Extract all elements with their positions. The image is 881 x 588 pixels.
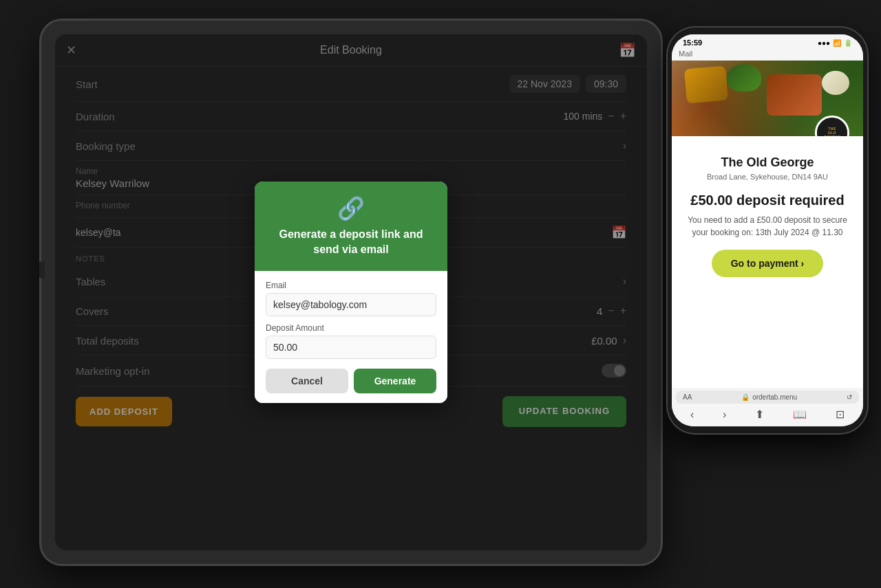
deposit-cancel-button[interactable]: Cancel (266, 369, 348, 393)
deposit-modal-overlay: 🔗 Generate a deposit link and send via e… (55, 34, 647, 550)
deposit-amount-input[interactable] (266, 336, 436, 359)
share-button[interactable]: ⬆ (755, 408, 764, 421)
logo-inner: THEOLDGEORGE (817, 118, 847, 136)
tablet-side-button (39, 261, 45, 279)
phone-device: 15:59 ●●● 📶 🔋 Mail (668, 28, 867, 433)
food-decoration-3 (767, 74, 822, 116)
phone-screen: 15:59 ●●● 📶 🔋 Mail (672, 34, 863, 426)
email-field-label: Email (266, 281, 436, 290)
deposit-modal-body: Email Deposit Amount Cancel Generate (255, 271, 447, 403)
food-decoration-2 (727, 64, 761, 91)
restaurant-address: Broad Lane, Sykehouse, DN14 9AU (683, 173, 852, 181)
deposit-modal-header: 🔗 Generate a deposit link and send via e… (255, 182, 447, 272)
deposit-generate-button[interactable]: Generate (354, 369, 436, 393)
deposit-amount-label: Deposit Amount (266, 323, 436, 333)
deposit-modal-buttons: Cancel Generate (266, 369, 436, 393)
back-button[interactable]: ‹ (690, 409, 694, 421)
go-to-payment-button[interactable]: Go to payment › (712, 250, 824, 277)
phone-info-section: The Old George Broad Lane, Sykehouse, DN… (672, 136, 863, 285)
deposit-email-input[interactable] (266, 293, 436, 316)
deposit-description: You need to add a £50.00 deposit to secu… (683, 214, 852, 239)
lock-icon: 🔒 (741, 393, 750, 401)
phone-bottom-bar: AA 🔒 ordertab.menu ↺ ‹ › ⬆ 📖 ⊡ (672, 388, 863, 426)
food-decoration-1 (684, 65, 728, 103)
deposit-required-title: £50.00 deposit required (683, 192, 852, 208)
food-decoration-4 (822, 71, 849, 95)
phone-content: THEOLDGEORGE The Old George Broad Lane, … (672, 61, 863, 388)
forward-button[interactable]: › (723, 409, 726, 421)
tabs-button[interactable]: ⊡ (836, 408, 845, 421)
phone-time: 15:59 (683, 39, 702, 47)
phone-nav-buttons: ‹ › ⬆ 📖 ⊡ (676, 405, 859, 424)
restaurant-hero: THEOLDGEORGE (672, 61, 863, 136)
battery-icon: 🔋 (844, 39, 852, 47)
phone-status-bar: 15:59 ●●● 📶 🔋 (672, 34, 863, 48)
refresh-icon[interactable]: ↺ (847, 393, 852, 401)
aa-label: AA (683, 393, 692, 401)
deposit-modal: 🔗 Generate a deposit link and send via e… (255, 182, 447, 404)
status-icons: ●●● 📶 🔋 (818, 39, 852, 47)
logo-text: THEOLDGEORGE (824, 127, 841, 136)
phone-nav-bar: Mail (672, 48, 863, 61)
signal-icon: ●●● (818, 39, 830, 47)
deposit-modal-title: Generate a deposit link and send via ema… (266, 227, 436, 258)
wifi-icon: 📶 (833, 39, 841, 47)
url-text[interactable]: ordertab.menu (752, 393, 797, 401)
mail-label: Mail (679, 50, 692, 58)
tablet-device: ✕ Edit Booking 📅 Start 22 Nov 2023 09:30 (41, 21, 661, 564)
tablet-screen: ✕ Edit Booking 📅 Start 22 Nov 2023 09:30 (55, 34, 647, 550)
restaurant-name: The Old George (683, 155, 852, 170)
url-bar: AA 🔒 ordertab.menu ↺ (676, 391, 859, 404)
edit-booking-screen: ✕ Edit Booking 📅 Start 22 Nov 2023 09:30 (55, 34, 647, 550)
link-icon: 🔗 (266, 195, 436, 221)
bookmarks-button[interactable]: 📖 (793, 408, 807, 421)
